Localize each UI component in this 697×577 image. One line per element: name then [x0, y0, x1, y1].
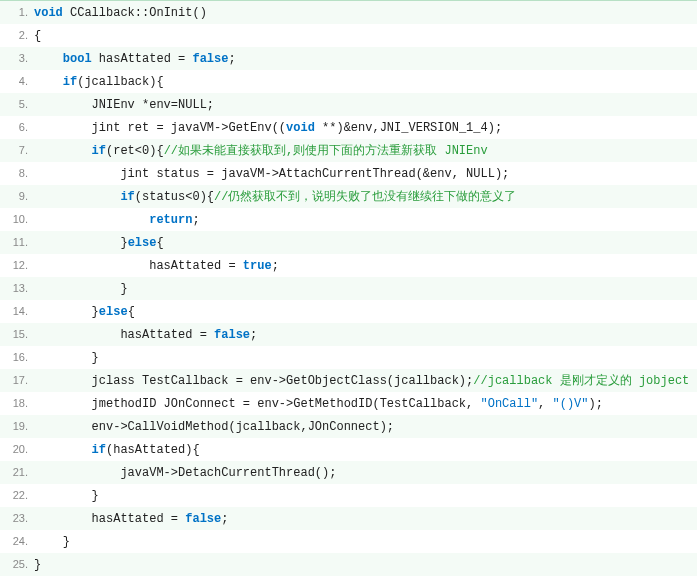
- line-source: }: [34, 557, 697, 573]
- token-plain: ;: [221, 512, 228, 526]
- code-line: 15. hasAttated = false;: [0, 323, 697, 346]
- line-source: }else{: [34, 235, 697, 251]
- token-plain: }: [34, 282, 128, 296]
- line-source: }: [34, 488, 697, 504]
- line-source: bool hasAttated = false;: [34, 51, 697, 67]
- token-cmt: //jcallback 是刚才定义的 jobject 全局变量: [473, 374, 697, 388]
- token-plain: ;: [272, 259, 279, 273]
- token-kw: if: [92, 144, 106, 158]
- token-plain: }: [34, 305, 99, 319]
- token-plain: (ret<0){: [106, 144, 164, 158]
- line-number: 7.: [0, 142, 34, 158]
- token-kw: else: [128, 236, 157, 250]
- line-source: }else{: [34, 304, 697, 320]
- token-plain: ;: [228, 52, 235, 66]
- line-number: 24.: [0, 533, 34, 549]
- line-number: 13.: [0, 280, 34, 296]
- token-plain: **)&env,JNI_VERSION_1_4);: [315, 121, 502, 135]
- line-source: hasAttated = false;: [34, 511, 697, 527]
- line-number: 25.: [0, 556, 34, 572]
- token-plain: hasAttated =: [34, 512, 185, 526]
- line-number: 9.: [0, 188, 34, 204]
- token-kw: void: [34, 6, 63, 20]
- line-number: 4.: [0, 73, 34, 89]
- line-number: 18.: [0, 395, 34, 411]
- token-plain: (jcallback){: [77, 75, 163, 89]
- token-plain: jmethodID JOnConnect = env->GetMethodID(…: [34, 397, 480, 411]
- token-plain: javaVM->DetachCurrentThread();: [34, 466, 336, 480]
- token-kw: true: [243, 259, 272, 273]
- line-number: 21.: [0, 464, 34, 480]
- token-kw: false: [185, 512, 221, 526]
- token-plain: ;: [192, 213, 199, 227]
- line-source: jint status = javaVM->AttachCurrentThrea…: [34, 166, 697, 182]
- token-plain: hasAttated =: [34, 328, 214, 342]
- token-plain: }: [34, 489, 99, 503]
- token-plain: ,: [538, 397, 552, 411]
- token-plain: hasAttated =: [92, 52, 193, 66]
- token-plain: }: [34, 535, 70, 549]
- code-line: 23. hasAttated = false;: [0, 507, 697, 530]
- token-plain: }: [34, 236, 128, 250]
- token-kw: false: [192, 52, 228, 66]
- token-kw: bool: [63, 52, 92, 66]
- code-line: 18. jmethodID JOnConnect = env->GetMetho…: [0, 392, 697, 415]
- code-line: 24. }: [0, 530, 697, 553]
- token-plain: [34, 144, 92, 158]
- code-line: 21. javaVM->DetachCurrentThread();: [0, 461, 697, 484]
- token-plain: }: [34, 558, 41, 572]
- token-plain: [34, 213, 149, 227]
- line-number: 12.: [0, 257, 34, 273]
- code-line: 5. JNIEnv *env=NULL;: [0, 93, 697, 116]
- token-plain: [34, 75, 63, 89]
- line-number: 2.: [0, 27, 34, 43]
- token-cmt: //如果未能直接获取到,则使用下面的方法重新获取 JNIEnv: [164, 144, 488, 158]
- token-plain: [34, 190, 120, 204]
- code-line: 20. if(hasAttated){: [0, 438, 697, 461]
- code-line: 8. jint status = javaVM->AttachCurrentTh…: [0, 162, 697, 185]
- token-plain: (hasAttated){: [106, 443, 200, 457]
- token-kw: return: [149, 213, 192, 227]
- code-line: 13. }: [0, 277, 697, 300]
- token-plain: hasAttated =: [34, 259, 243, 273]
- line-number: 1.: [0, 4, 34, 20]
- token-cmt: //仍然获取不到，说明失败了也没有继续往下做的意义了: [214, 190, 516, 204]
- token-plain: ;: [250, 328, 257, 342]
- token-str: "OnCall": [480, 397, 538, 411]
- line-source: }: [34, 281, 697, 297]
- line-number: 14.: [0, 303, 34, 319]
- token-plain: );: [589, 397, 603, 411]
- line-source: if(hasAttated){: [34, 442, 697, 458]
- code-line: 3. bool hasAttated = false;: [0, 47, 697, 70]
- line-number: 3.: [0, 50, 34, 66]
- line-number: 6.: [0, 119, 34, 135]
- code-block: 1.void CCallback::OnInit()2.{3. bool has…: [0, 0, 697, 576]
- line-number: 22.: [0, 487, 34, 503]
- code-line: 17. jclass TestCallback = env->GetObject…: [0, 369, 697, 392]
- line-source: }: [34, 534, 697, 550]
- line-source: jclass TestCallback = env->GetObjectClas…: [34, 373, 697, 389]
- code-line: 14. }else{: [0, 300, 697, 323]
- token-plain: {: [128, 305, 135, 319]
- token-kw: if: [92, 443, 106, 457]
- token-plain: CCallback::OnInit(): [63, 6, 207, 20]
- line-source: JNIEnv *env=NULL;: [34, 97, 697, 113]
- line-source: void CCallback::OnInit(): [34, 5, 697, 21]
- code-line: 4. if(jcallback){: [0, 70, 697, 93]
- line-number: 19.: [0, 418, 34, 434]
- line-number: 11.: [0, 234, 34, 250]
- token-plain: [34, 443, 92, 457]
- token-plain: jint status = javaVM->AttachCurrentThrea…: [34, 167, 509, 181]
- line-number: 17.: [0, 372, 34, 388]
- code-line: 25.}: [0, 553, 697, 576]
- token-plain: env->CallVoidMethod(jcallback,JOnConnect…: [34, 420, 394, 434]
- line-source: jmethodID JOnConnect = env->GetMethodID(…: [34, 396, 697, 412]
- code-line: 9. if(status<0){//仍然获取不到，说明失败了也没有继续往下做的意…: [0, 185, 697, 208]
- line-source: }: [34, 350, 697, 366]
- code-line: 10. return;: [0, 208, 697, 231]
- line-number: 8.: [0, 165, 34, 181]
- code-line: 7. if(ret<0){//如果未能直接获取到,则使用下面的方法重新获取 JN…: [0, 139, 697, 162]
- token-plain: {: [34, 29, 41, 43]
- token-plain: JNIEnv *env=NULL;: [34, 98, 214, 112]
- token-kw: if: [63, 75, 77, 89]
